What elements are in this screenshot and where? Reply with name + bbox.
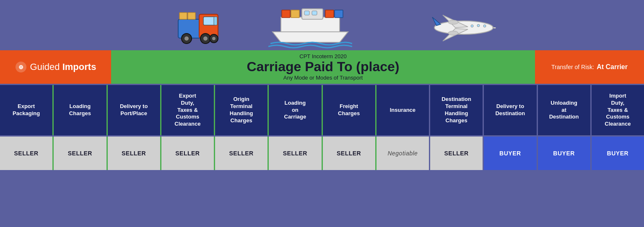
plane-icon	[430, 11, 497, 46]
svg-rect-10	[179, 13, 187, 19]
gi-logo-icon: ⊕	[15, 61, 27, 73]
svg-rect-19	[335, 10, 343, 18]
col-header-freight-charges: FreightCharges	[323, 85, 377, 135]
transfer-cell: Transfer of Risk: At Carrier	[535, 50, 644, 84]
val-cell-insurance-val: Negotiable	[377, 137, 430, 170]
svg-rect-15	[312, 11, 317, 15]
icons-row	[0, 0, 644, 50]
col-header-export-packaging: ExportPackaging	[0, 85, 54, 135]
col-header-insurance: Insurance	[377, 85, 430, 135]
col-header-export-duty: ExportDuty,Taxes &CustomsClearance	[161, 85, 215, 135]
svg-point-5	[184, 36, 189, 41]
col-header-loading-carriage: LoadingonCarriage	[269, 85, 322, 135]
svg-rect-18	[325, 10, 334, 18]
val-cell-unloading-dest-val: BUYER	[538, 137, 592, 170]
col-header-import-duty: ImportDuty,Taxes &CustomsClearance	[592, 85, 644, 135]
svg-point-24	[477, 24, 480, 27]
col-header-origin-terminal: OriginTerminalHandlingCharges	[215, 85, 269, 135]
col-header-delivery-port: Delivery toPort/Place	[108, 85, 161, 135]
svg-point-7	[203, 36, 208, 41]
logo-cell: ⊕ Guided Imports	[0, 50, 111, 84]
svg-rect-11	[188, 13, 195, 19]
col-header-delivery-dest: Delivery toDestination	[484, 85, 538, 135]
columns-row: ExportPackagingLoadingChargesDelivery to…	[0, 84, 644, 135]
title-cell: CPT Incoterm 2020 Carriage Paid To (plac…	[111, 50, 535, 84]
val-cell-freight-charges-val: SELLER	[323, 137, 377, 170]
title-subtitle: CPT Incoterm 2020	[299, 53, 346, 59]
val-cell-delivery-dest-val: BUYER	[484, 137, 538, 170]
val-cell-loading-charges-val: SELLER	[54, 137, 107, 170]
transfer-label: Transfer of Risk:	[551, 64, 594, 70]
col-header-dest-terminal: DestinationTerminalHandlingCharges	[430, 85, 484, 135]
val-cell-origin-terminal-val: SELLER	[215, 137, 269, 170]
col-header-loading-charges: LoadingCharges	[54, 85, 107, 135]
logo-imports: Imports	[62, 62, 96, 72]
svg-point-25	[483, 25, 486, 27]
svg-point-21	[448, 20, 458, 24]
svg-rect-17	[291, 10, 299, 18]
svg-rect-3	[214, 17, 217, 25]
val-cell-loading-carriage-val: SELLER	[269, 137, 322, 170]
svg-point-22	[448, 31, 458, 35]
val-cell-delivery-port-val: SELLER	[108, 137, 161, 170]
col-header-unloading-dest: UnloadingatDestination	[538, 85, 592, 135]
svg-rect-2	[203, 17, 215, 25]
val-cell-dest-terminal-val: SELLER	[430, 137, 484, 170]
svg-rect-16	[282, 10, 290, 18]
svg-point-20	[434, 21, 493, 34]
title-modes: Any Mode or Modes of Transport	[283, 75, 363, 81]
main-container: ⊕ Guided Imports CPT Incoterm 2020 Carri…	[0, 0, 644, 204]
ship-icon	[268, 3, 352, 50]
values-row: SELLERSELLERSELLERSELLERSELLERSELLERSELL…	[0, 135, 644, 170]
val-cell-export-duty-val: SELLER	[161, 137, 215, 170]
val-cell-export-packaging-val: SELLER	[0, 137, 54, 170]
svg-point-9	[212, 37, 216, 40]
svg-rect-14	[304, 11, 309, 15]
logo-guided: Guided	[30, 62, 60, 72]
transfer-value: At Carrier	[597, 63, 628, 71]
svg-text:⊕: ⊕	[18, 64, 23, 70]
header-row: ⊕ Guided Imports CPT Incoterm 2020 Carri…	[0, 50, 644, 84]
truck-icon	[176, 7, 222, 50]
svg-point-23	[471, 25, 473, 27]
val-cell-import-duty-val: BUYER	[592, 137, 644, 170]
logo-text: Guided Imports	[30, 62, 96, 72]
title-main: Carriage Paid To (place)	[247, 59, 400, 74]
